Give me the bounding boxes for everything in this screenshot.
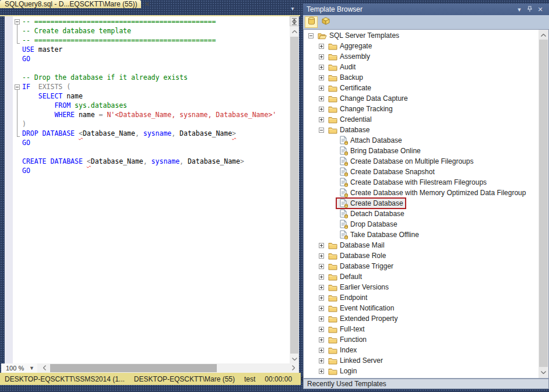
tree-item-aggregate[interactable]: Aggregate <box>304 41 539 51</box>
tree-item-change-data-capture[interactable]: Change Data Capture <box>304 93 539 104</box>
close-icon[interactable]: ✕ <box>535 6 546 13</box>
tree-item-database-mail[interactable]: Database Mail <box>304 240 539 250</box>
tree-vertical-scrollbar[interactable] <box>539 30 548 378</box>
expand-plus-icon[interactable] <box>319 54 324 59</box>
scroll-left-icon[interactable] <box>40 363 49 372</box>
chevron-down-icon[interactable]: ▼ <box>29 365 37 371</box>
tree-item-credential[interactable]: Credential <box>304 114 539 125</box>
tree-item-create-database-with-filestream-filegroups[interactable]: Create Database with Filestream Filegrou… <box>304 177 539 188</box>
expand-plus-icon[interactable] <box>319 327 324 332</box>
tree-item-drop-database[interactable]: Drop Database <box>304 219 539 229</box>
tree-item-endpoint[interactable]: Endpoint <box>304 292 539 303</box>
tree-node: Audit <box>326 62 357 72</box>
tree-item-create-database-snapshot[interactable]: Create Database Snapshot <box>304 167 539 177</box>
expand-plus-icon[interactable] <box>319 243 324 248</box>
expand-plus-icon[interactable] <box>319 107 324 112</box>
tree-item-full-text[interactable]: Full-text <box>304 324 539 334</box>
expand-plus-icon[interactable] <box>319 337 324 342</box>
tab-list-dropdown-icon[interactable]: ▾ <box>288 5 297 12</box>
document-tab[interactable]: SQLQuery8.sql - D...EQSCKTT\Mare (55)) ✕ <box>0 0 141 8</box>
analysis-services-templates-button[interactable] <box>319 16 332 28</box>
tree-item-extended-property[interactable]: Extended Property <box>304 313 539 324</box>
tree-item-default[interactable]: Default <box>304 271 539 282</box>
editor-vertical-scrollbar[interactable] <box>290 16 299 363</box>
tree-item-login[interactable]: Login <box>304 366 539 376</box>
expand-plus-icon[interactable] <box>319 369 324 374</box>
code-token: GO <box>22 55 30 63</box>
folder-icon <box>328 345 337 355</box>
expand-plus-icon[interactable] <box>319 65 324 70</box>
tree-item-index[interactable]: Index <box>304 345 539 355</box>
expand-plus-icon[interactable] <box>319 274 324 280</box>
expand-plus-icon[interactable] <box>319 86 324 91</box>
tree-item-database-role[interactable]: Database Role <box>304 250 539 261</box>
sql-editor[interactable]: -- =====================================… <box>5 16 299 363</box>
code-token: GO <box>22 167 30 175</box>
expand-plus-icon[interactable] <box>319 96 324 101</box>
expand-plus-icon[interactable] <box>319 348 324 353</box>
expand-plus-icon[interactable] <box>319 316 324 322</box>
tree-item-sql-server-templates[interactable]: SQL Server Templates <box>304 30 539 41</box>
tree-item-earlier-versions[interactable]: Earlier Versions <box>304 282 539 292</box>
tree-item-label: Create Database <box>350 199 403 207</box>
tree-item-function[interactable]: Function <box>304 334 539 345</box>
tree-item-detach-database[interactable]: Detach Database <box>304 209 539 219</box>
expand-plus-icon[interactable] <box>319 264 324 269</box>
code-area[interactable]: -- =====================================… <box>22 17 287 175</box>
code-token <box>75 129 79 137</box>
tree-item-create-database-on-multiple-filegroups[interactable]: Create Database on Multiple Filegroups <box>304 156 539 167</box>
zoom-select[interactable]: 100 % ▼ <box>1 363 37 373</box>
scroll-down-icon[interactable] <box>539 368 548 377</box>
tree-item-create-database[interactable]: Create Database <box>304 198 539 209</box>
expand-plus-icon[interactable] <box>319 117 324 122</box>
expand-plus-icon[interactable] <box>319 295 324 301</box>
pin-icon[interactable] <box>525 6 535 13</box>
expand-plus-icon[interactable] <box>319 75 324 80</box>
tree-item-database-trigger[interactable]: Database Trigger <box>304 261 539 271</box>
tree-item-change-tracking[interactable]: Change Tracking <box>304 104 539 114</box>
editor-horizontal-scrollbar[interactable]: 100 % ▼ <box>5 363 299 373</box>
scroll-down-icon[interactable] <box>290 355 299 363</box>
splitter-grip-icon[interactable] <box>290 16 299 26</box>
collapse-minus-icon[interactable] <box>319 128 324 133</box>
tree-item-label: Take Database Offline <box>350 231 419 239</box>
expand-plus-icon[interactable] <box>319 358 324 363</box>
tree-item-take-database-offline[interactable]: Take Database Offline <box>304 229 539 240</box>
tree-item-create-database-with-memory-optimized-data-filegroup[interactable]: Create Database with Memory Optimized Da… <box>304 188 539 198</box>
sql-server-templates-button[interactable] <box>305 16 318 28</box>
expand-plus-icon[interactable] <box>319 253 324 259</box>
recently-used-templates-header[interactable]: Recently Used Templates <box>303 379 549 389</box>
tree-item-attach-database[interactable]: Attach Database <box>304 135 539 146</box>
tree-item-assembly[interactable]: Assembly <box>304 51 539 62</box>
collapse-minus-icon[interactable] <box>15 84 20 90</box>
scroll-up-icon[interactable] <box>290 27 299 36</box>
tree-item-linked-server[interactable]: Linked Server <box>304 355 539 366</box>
code-token <box>22 101 54 110</box>
close-icon[interactable]: ✕ <box>144 0 150 8</box>
tree-item-backup[interactable]: Backup <box>304 72 539 83</box>
tree-item-label: Backup <box>340 73 363 82</box>
window-position-icon[interactable]: ▾ <box>514 6 525 13</box>
folder-icon <box>328 115 337 124</box>
tree-item-audit[interactable]: Audit <box>304 62 539 72</box>
code-token: , <box>135 129 143 137</box>
expand-plus-icon[interactable] <box>319 285 324 290</box>
template-tree: SQL Server TemplatesAggregateAssemblyAud… <box>303 29 549 379</box>
status-segment: DESKTOP-EQSCKTT\Mare (55) <box>129 375 240 383</box>
code-token: > <box>232 129 236 137</box>
editor-vscroll-thumb[interactable] <box>290 37 298 354</box>
expand-plus-icon[interactable] <box>319 306 324 311</box>
scroll-right-icon[interactable] <box>288 363 298 372</box>
editor-hscroll-thumb[interactable] <box>50 364 217 372</box>
tree-item-bring-database-online[interactable]: Bring Database Online <box>304 146 539 156</box>
collapse-minus-icon[interactable] <box>308 33 314 38</box>
tree-node: Certificate <box>326 83 373 93</box>
collapse-minus-icon[interactable] <box>15 19 20 24</box>
tree-item-database[interactable]: Database <box>304 125 539 135</box>
scroll-up-icon[interactable] <box>539 31 548 40</box>
tree-item-certificate[interactable]: Certificate <box>304 83 539 93</box>
tree-node: Bring Database Online <box>337 146 423 156</box>
tree-vscroll-thumb[interactable] <box>539 40 548 367</box>
tree-item-event-notification[interactable]: Event Notification <box>304 303 539 313</box>
expand-plus-icon[interactable] <box>319 44 324 49</box>
